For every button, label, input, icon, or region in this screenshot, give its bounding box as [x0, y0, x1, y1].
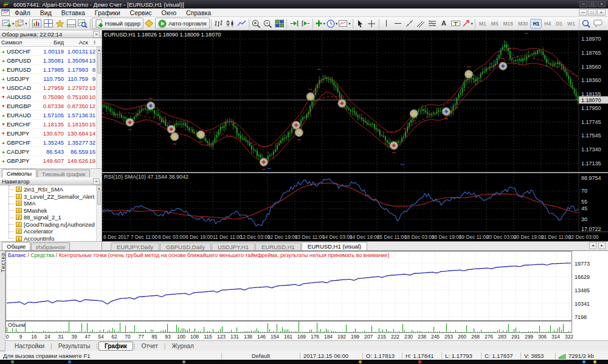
window-close-button[interactable]: ×	[598, 1, 606, 7]
terminal-toggle-button[interactable]	[66, 18, 77, 29]
navigator-item[interactable]: ƒ5MA	[0, 200, 102, 207]
close-icon[interactable]: ×	[93, 178, 100, 185]
timeframe-M30[interactable]: M30	[516, 19, 531, 29]
taskbar-icon[interactable]	[418, 360, 421, 363]
menu-item-Графики[interactable]: Графики	[90, 9, 125, 16]
tab-scroll-right-icon[interactable]: ▸	[598, 242, 606, 249]
chat-button[interactable]	[592, 18, 604, 29]
zoom-in-button[interactable]	[250, 18, 262, 29]
market-watch-row[interactable]: ▲USDJPY110.750110.7599	[0, 74, 102, 83]
horizontal-line-button[interactable]	[392, 18, 404, 29]
market-watch-row[interactable]: ▲GBPCHF1.352451.3527732	[0, 138, 102, 147]
navigator-item[interactable]: ƒ[GoodTrading.ru]Authorized	[0, 221, 102, 228]
taskbar-icon[interactable]	[593, 360, 596, 363]
market-watch-scrollbar[interactable]: ▲	[96, 47, 102, 168]
chart-tab-EURUSD,H1-(visual)[interactable]: EURUSD,H1 (visual)	[302, 242, 367, 250]
tester-tab-Отчет[interactable]: Отчет	[136, 342, 163, 350]
rsi-indicator-pane[interactable]: 3045557088.975417.0722 RSI(10) SMA(10) 4…	[102, 173, 608, 232]
taskbar-icon[interactable]	[359, 360, 362, 363]
line-chart-button[interactable]	[236, 18, 247, 29]
menu-item-Сервис[interactable]: Сервис	[125, 9, 157, 16]
profiles-button[interactable]: ▾	[15, 18, 27, 29]
tab-Символы[interactable]: Символы	[2, 169, 36, 177]
market-watch-row[interactable]: ▲CADJPY86.54386.55916	[0, 147, 102, 156]
symbol-search-button[interactable]	[581, 18, 592, 29]
menu-item-Справка[interactable]: Справка	[181, 9, 216, 16]
navigator-item[interactable]: ƒAccelerator	[0, 228, 102, 235]
templates-button[interactable]: ▾	[338, 18, 351, 29]
time-axis[interactable]: 6 Dec 20177 Dec 11:008 Dec 03:008 Dec 19…	[102, 232, 608, 241]
column-header-![interactable]: !	[88, 39, 96, 46]
market-watch-row[interactable]: ▼EURGBP0.873380.8735012	[0, 101, 102, 111]
menu-item-Вставка[interactable]: Вставка	[57, 9, 90, 16]
market-watch-toggle-button[interactable]	[31, 18, 43, 29]
new-chart-button[interactable]: ▾	[1, 18, 15, 29]
main-price-chart[interactable]: 1.189701.187651.185601.183601.181551.179…	[102, 30, 608, 172]
mdi-minimize-button[interactable]: ─	[579, 9, 587, 16]
tab-Избранное[interactable]: Избранное	[31, 242, 70, 250]
metaeditor-button[interactable]	[143, 18, 155, 29]
channel-button[interactable]	[415, 18, 427, 29]
menu-item-Файл[interactable]: Файл	[10, 9, 35, 16]
timeframe-W1[interactable]: W1	[565, 19, 578, 29]
market-watch-row[interactable]: ▲EURAUD1.571051.5713631	[0, 111, 102, 120]
column-header-Бид[interactable]: Бид	[38, 39, 64, 46]
status-profile[interactable]: Default	[222, 352, 300, 359]
window-minimize-button[interactable]: ─	[579, 1, 587, 7]
tester-tab-Журнал[interactable]: Журнал	[166, 342, 199, 350]
tab-Тиковый-график[interactable]: Тиковый график	[37, 170, 90, 177]
navigator-toggle-button[interactable]	[54, 18, 66, 29]
scrollbar-thumb[interactable]	[97, 53, 101, 74]
timeframe-M15[interactable]: M15	[500, 19, 516, 29]
text-tool-button[interactable]: A	[438, 18, 450, 29]
volume-chart-canvas[interactable]	[5, 321, 572, 333]
candlestick-chart-canvas[interactable]: 1.189701.187651.185601.183601.181551.179…	[102, 30, 608, 172]
close-icon[interactable]: ×	[93, 31, 100, 38]
timeframe-H1[interactable]: H1	[530, 19, 542, 29]
market-watch-columns[interactable]: СимволБидАск!	[0, 38, 102, 47]
tester-tab-График[interactable]: График	[98, 342, 133, 351]
chart-tab-USDJPY,H1[interactable]: USDJPY,H1	[212, 242, 255, 250]
navigator-item[interactable]: ƒ5Mashek	[0, 207, 102, 215]
vertical-line-button[interactable]	[381, 18, 392, 29]
mdi-restore-button[interactable]: □	[588, 9, 596, 16]
indicators-button[interactable]: ▾	[314, 18, 326, 29]
chart-window-icon[interactable]	[1, 9, 10, 16]
window-maximize-button[interactable]: □	[589, 1, 596, 7]
crosshair-button[interactable]	[366, 18, 378, 29]
chart-tab-GBPUSD,Daily[interactable]: GBPUSD,Daily	[160, 242, 211, 250]
navigator-item[interactable]: ƒ3_Level_ZZ_Semafor_Alert	[0, 193, 102, 201]
market-watch-row[interactable]: ▼EURCHF1.181351.1815015	[0, 120, 102, 129]
tester-tab-Результаты[interactable]: Результаты	[53, 342, 96, 350]
market-watch-row[interactable]: ▼USDCAD1.279591.2797213	[0, 83, 102, 92]
candle-chart-button[interactable]	[224, 18, 236, 29]
navigator-scrollbar[interactable]: ▲	[96, 185, 102, 241]
fibonacci-button[interactable]	[427, 18, 438, 29]
column-header-Аск[interactable]: Аск	[64, 39, 88, 46]
windows-taskbar[interactable]	[0, 360, 608, 364]
menu-item-Окно[interactable]: Окно	[157, 9, 181, 16]
cursor-button[interactable]	[354, 18, 366, 29]
market-watch-row[interactable]: ▲EURUSD1.179851.179938	[0, 65, 102, 74]
tab-Общие[interactable]: Общие	[2, 242, 30, 250]
tab-scroll-left-icon[interactable]: ◂	[589, 242, 596, 249]
periods-button[interactable]: ▾	[326, 18, 338, 29]
taskbar-icon[interactable]	[182, 360, 185, 363]
menu-item-Вид[interactable]: Вид	[35, 9, 57, 16]
navigator-item[interactable]: ƒAccountInfo	[0, 235, 102, 242]
auto-scroll-button[interactable]	[288, 18, 300, 29]
market-watch-row[interactable]: ▲USDCHF1.001191.0013112	[0, 47, 102, 56]
scrollbar-thumb[interactable]	[97, 191, 101, 205]
timeframe-H4[interactable]: H4	[542, 19, 553, 29]
market-watch-row[interactable]: ▲GBPUSD1.350811.3509413	[0, 56, 102, 65]
chart-tab-EURJPY,Daily[interactable]: EURJPY,Daily	[111, 242, 159, 250]
tile-windows-button[interactable]	[274, 18, 285, 29]
taskbar-icon[interactable]	[582, 360, 586, 363]
navigator-item[interactable]: ƒ2in1_RSI_SMA	[0, 186, 102, 193]
rsi-chart-canvas[interactable]: 3045557088.975417.0722	[102, 173, 608, 232]
tester-tab-Настройки[interactable]: Настройки	[9, 342, 50, 350]
data-window-button[interactable]	[43, 18, 54, 29]
taskbar-icon[interactable]	[68, 360, 71, 363]
column-header-Символ[interactable]: Символ	[0, 39, 38, 46]
autotrading-button[interactable]: Авто-торговля	[155, 18, 210, 29]
